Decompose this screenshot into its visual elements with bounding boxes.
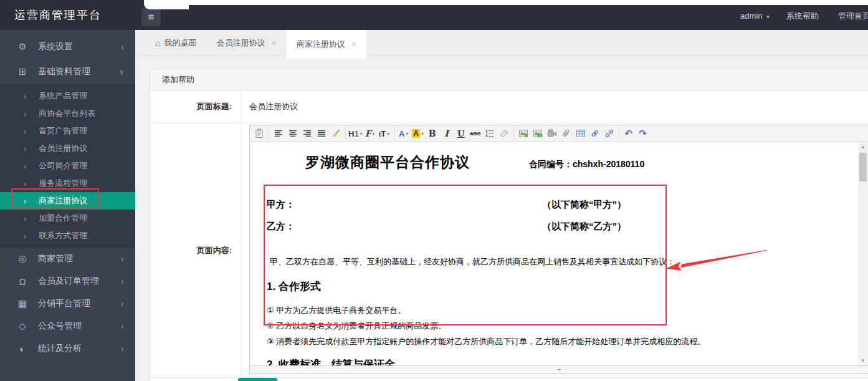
align-left-button[interactable] <box>272 127 285 140</box>
strikethrough-button[interactable]: ABC <box>469 127 482 140</box>
sidebar-item-label: 基础资料管理 <box>38 66 90 77</box>
cube-icon: ◇ <box>16 321 29 332</box>
heading-select[interactable]: H1▾ <box>348 127 363 140</box>
add-help-panel: 添加帮助 页面标题: 会员注册协议 页面内容: <box>150 69 868 381</box>
sidebar-subitem-company-profile[interactable]: ›公司简介管理 <box>0 157 135 175</box>
fontsize-select[interactable]: tT▾ <box>378 127 391 140</box>
browser-edge-artifact <box>144 0 189 9</box>
subitem-label: 公司简介管理 <box>39 160 87 171</box>
section-2-heading: 2. 收费标准、结算与保证金 <box>267 357 852 365</box>
scroll-up-icon[interactable]: ▲ <box>858 144 868 150</box>
close-icon[interactable]: × <box>351 39 356 49</box>
submit-button[interactable] <box>238 378 277 381</box>
insert-media-button[interactable] <box>545 127 559 140</box>
close-icon[interactable]: × <box>271 38 276 48</box>
link-button[interactable] <box>588 127 602 140</box>
paperclip-icon <box>561 128 571 138</box>
rich-text-editor: H1▾ F▾ tT▾ A▾ A▾ B I U ABC <box>249 125 868 374</box>
chevron-left-icon: ‹ <box>121 42 124 52</box>
undo-button[interactable]: ↶ <box>622 127 636 140</box>
clause-list: ① 甲方为乙方提供电子商务交易平台。 ② 乙方以自身名义为消费者开具正规的商品发… <box>267 302 852 349</box>
sidebar-item-member-orders[interactable]: Ω 会员及订单管理 ‹ <box>0 270 135 292</box>
dropdown-caret-icon: ▾ <box>360 131 363 137</box>
arrow-right-icon: › <box>24 127 26 136</box>
remove-format-button[interactable] <box>497 127 511 140</box>
chevron-left-icon: ‹ <box>121 321 124 331</box>
align-justify-button[interactable] <box>315 127 328 140</box>
sidebar-subitem-system-products[interactable]: ›系统产品管理 <box>0 87 135 105</box>
arrow-right-icon: › <box>24 162 26 171</box>
bold-button[interactable]: B <box>426 127 439 140</box>
source-button[interactable] <box>252 127 266 140</box>
browser-edge-artifact <box>184 0 868 5</box>
scroll-down-icon[interactable]: ▼ <box>858 358 868 364</box>
editor-toolbar: H1▾ F▾ tT▾ A▾ A▾ B I U ABC <box>250 125 868 142</box>
attach-file-button[interactable] <box>560 127 573 140</box>
forecolor-button[interactable]: A▾ <box>397 127 411 140</box>
tab-member-agreement[interactable]: 会员注册协议 × <box>206 30 286 55</box>
party-b-label: 乙方： <box>267 221 295 231</box>
sidebar-subitem-contact[interactable]: ›联系方式管理 <box>0 227 135 244</box>
align-right-button[interactable] <box>300 127 314 140</box>
tab-desktop[interactable]: ⌂ 我的桌面 <box>145 30 206 55</box>
editor-resize-handle[interactable]: ÷ <box>250 365 868 374</box>
scrollbar-thumb[interactable] <box>859 153 867 181</box>
sidebar-subitem-franchise[interactable]: ›加盟合作管理 <box>0 210 135 227</box>
underline-button[interactable]: U <box>454 127 468 140</box>
sidebar-subitem-association-list[interactable]: ›商协会平台列表 <box>0 105 135 122</box>
line-height-button[interactable] <box>483 127 497 140</box>
sidebar-item-distribution[interactable]: ▦ 分销平台管理 ‹ <box>0 292 135 315</box>
align-center-button[interactable] <box>286 127 300 140</box>
undo-icon: ↶ <box>624 128 632 139</box>
intro-paragraph: 甲、乙双方在自愿、平等、互利的基础上，经友好协商，就乙方所供商品在网上销售及其相… <box>267 256 852 268</box>
arrow-right-icon: › <box>24 231 26 241</box>
sidebar-subitem-merchant-agreement[interactable]: ›商家注册协议 <box>0 192 135 210</box>
chevron-left-icon: ‹ <box>121 276 124 286</box>
app-title: 运营商管理平台 <box>14 0 102 30</box>
sidebar-item-basic-data[interactable]: ⊞ 基础资料管理 ∨ <box>0 59 135 84</box>
chevron-left-icon: ‹ <box>121 344 124 354</box>
gear-icon: ⚙ <box>16 41 29 52</box>
username: admin <box>740 11 762 21</box>
home-icon: ⌂ <box>155 38 160 48</box>
menu-toggle-button[interactable]: ≡ <box>141 8 161 26</box>
sidebar: ⚙ 系统设置 ‹ ⊞ 基础资料管理 ∨ ›系统产品管理 ›商协会平台列表 ›首页… <box>0 30 135 381</box>
sidebar-item-stats[interactable]: ◐ 统计及分析 ‹ <box>0 337 135 360</box>
italic-button[interactable]: I <box>440 127 454 140</box>
page-title-value[interactable]: 会员注册协议 <box>241 90 868 123</box>
clause-item: ① 甲方为乙方提供电子商务交易平台。 <box>267 302 852 318</box>
unlink-icon <box>604 128 614 138</box>
image-icon <box>518 128 528 138</box>
table-icon <box>576 128 586 138</box>
editor-scrollbar[interactable]: ▲ ▼ <box>858 142 868 365</box>
fontname-select[interactable]: F▾ <box>363 127 377 140</box>
subitem-label: 会员注册协议 <box>39 143 87 154</box>
insert-images-button[interactable] <box>531 127 545 140</box>
redo-button[interactable]: ↷ <box>636 127 650 140</box>
insert-table-button[interactable] <box>574 127 588 140</box>
hilitecolor-button[interactable]: A▾ <box>411 127 425 140</box>
subitem-label: 加盟合作管理 <box>39 213 87 224</box>
sidebar-subitem-home-ads[interactable]: ›首页广告管理 <box>0 122 135 140</box>
editor-content-area[interactable]: 罗湖微商圈平台合作协议 合同编号：chshxh-20180110 甲方： （以下… <box>250 142 858 365</box>
sidebar-subitem-member-agreement[interactable]: ›会员注册协议 <box>0 140 135 157</box>
link-icon <box>590 128 600 138</box>
pie-chart-icon: ◐ <box>16 344 29 354</box>
format-brush-button[interactable] <box>329 127 343 140</box>
insert-image-button[interactable] <box>517 127 530 140</box>
sidebar-item-label: 系统设置 <box>38 41 73 52</box>
sidebar-item-label: 统计及分析 <box>38 343 82 354</box>
sidebar-subitem-service-flow[interactable]: ›服务流程管理 <box>0 175 135 192</box>
page-title-row: 页面标题: 会员注册协议 <box>150 90 868 123</box>
toolbar-separator <box>513 128 514 139</box>
sidebar-item-system-settings[interactable]: ⚙ 系统设置 ‹ <box>0 34 135 59</box>
tab-merchant-agreement[interactable]: 商家注册协议 × <box>287 30 366 59</box>
sidebar-item-merchant-mgmt[interactable]: ◎ 商家管理 ‹ <box>0 248 135 270</box>
unlink-button[interactable] <box>603 127 616 140</box>
subitem-label: 商家注册协议 <box>39 195 87 206</box>
sidebar-item-wechat[interactable]: ◇ 公众号管理 ‹ <box>0 315 135 337</box>
redo-icon: ↷ <box>639 128 647 139</box>
grid-icon: ⊞ <box>16 66 29 77</box>
arrow-right-icon: › <box>24 92 26 101</box>
document-title-row: 罗湖微商圈平台合作协议 合同编号：chshxh-20180110 <box>267 153 852 172</box>
